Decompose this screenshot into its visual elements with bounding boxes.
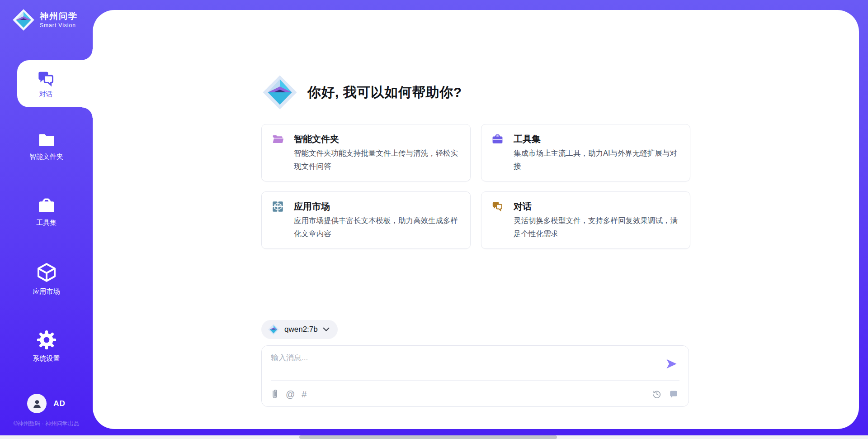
card-description: 应用市场提供丰富长文本模板，助力高效生成多样化文章内容: [294, 214, 461, 240]
sidebar-item-chat[interactable]: 对话: [17, 60, 93, 107]
gear-icon: [36, 329, 57, 350]
sidebar-item-settings[interactable]: 系统设置: [0, 329, 93, 363]
main-panel: 你好, 我可以如何帮助你? 智能文件夹 智能文件夹功能支持批量文件上传与清洗，轻…: [93, 10, 859, 429]
message-input[interactable]: [271, 353, 651, 376]
card-smart-folder[interactable]: 智能文件夹 智能文件夹功能支持批量文件上传与清洗，轻松实现文件问答: [261, 124, 471, 181]
card-description: 集成市场上主流工具，助力AI与外界无缝扩展与对接: [514, 147, 681, 173]
copyright-text: ©神州数码 · 神州问学出品: [0, 420, 93, 428]
sidebar: 神州问学 Smart Vision 对话 智能文件夹: [0, 0, 93, 439]
model-selector[interactable]: qwen2:7b: [261, 320, 338, 339]
chat-bubble-icon[interactable]: [669, 389, 679, 399]
mention-icon[interactable]: @: [286, 390, 295, 399]
sidebar-item-app-market[interactable]: 应用市场: [0, 262, 93, 296]
app-logo: 神州问学 Smart Vision: [12, 8, 78, 32]
horizontal-scrollbar[interactable]: [0, 435, 868, 439]
send-icon[interactable]: [665, 358, 678, 370]
card-description: 智能文件夹功能支持批量文件上传与清洗，轻松实现文件问答: [294, 147, 461, 173]
card-title: 智能文件夹: [294, 132, 461, 146]
composer-divider: [271, 380, 679, 381]
folder-icon: [37, 132, 56, 148]
card-title: 对话: [514, 199, 681, 214]
brand-diamond-icon: [268, 324, 279, 335]
sidebar-item-toolbox[interactable]: 工具集: [0, 196, 93, 227]
sidebar-item-label: 工具集: [36, 219, 57, 227]
brand-diamond-icon: [12, 8, 35, 32]
scrollbar-thumb[interactable]: [299, 435, 557, 439]
tab-fillet-bottom: [82, 107, 93, 118]
card-chat[interactable]: 对话 灵活切换多模型文件，支持多样回复效果调试，满足个性化需求: [481, 191, 690, 249]
card-description: 灵活切换多模型文件，支持多样回复效果调试，满足个性化需求: [514, 214, 681, 240]
sidebar-item-label: 应用市场: [33, 287, 60, 296]
sidebar-item-label: 系统设置: [33, 354, 60, 363]
user-account[interactable]: AD: [0, 394, 93, 413]
chat-icon: [37, 69, 56, 87]
message-composer: @ #: [261, 345, 689, 407]
avatar: [27, 394, 47, 413]
feature-cards: 智能文件夹 智能文件夹功能支持批量文件上传与清洗，轻松实现文件问答 工具集: [261, 124, 690, 249]
brand-diamond-icon: [261, 74, 298, 111]
open-folder-icon: [272, 133, 284, 145]
card-app-market[interactable]: 应用市场 应用市场提供丰富长文本模板，助力高效生成多样化文章内容: [261, 191, 471, 249]
app-subtitle: Smart Vision: [40, 22, 78, 29]
chat-icon: [491, 200, 504, 213]
card-toolbox[interactable]: 工具集 集成市场上主流工具，助力AI与外界无缝扩展与对接: [481, 124, 690, 181]
attach-file-icon[interactable]: [271, 389, 279, 400]
user-initials: AD: [53, 399, 66, 408]
cube-grid-icon: [272, 200, 284, 213]
greeting-row: 你好, 我可以如何帮助你?: [261, 74, 690, 111]
hashtag-icon[interactable]: #: [302, 390, 307, 399]
greeting-title: 你好, 我可以如何帮助你?: [307, 83, 462, 102]
sidebar-item-label: 智能文件夹: [29, 153, 63, 161]
sidebar-item-smart-folder[interactable]: 智能文件夹: [0, 132, 93, 161]
card-title: 应用市场: [294, 199, 461, 214]
history-icon[interactable]: [652, 389, 662, 399]
toolbox-icon: [37, 196, 56, 215]
tab-fillet-top: [82, 49, 93, 60]
model-name: qwen2:7b: [284, 325, 318, 334]
chevron-down-icon: [323, 327, 330, 332]
sidebar-item-label: 对话: [39, 90, 53, 99]
app-name: 神州问学: [40, 11, 78, 21]
cube-icon: [36, 262, 57, 283]
card-title: 工具集: [514, 132, 681, 146]
toolbox-icon: [491, 133, 504, 145]
